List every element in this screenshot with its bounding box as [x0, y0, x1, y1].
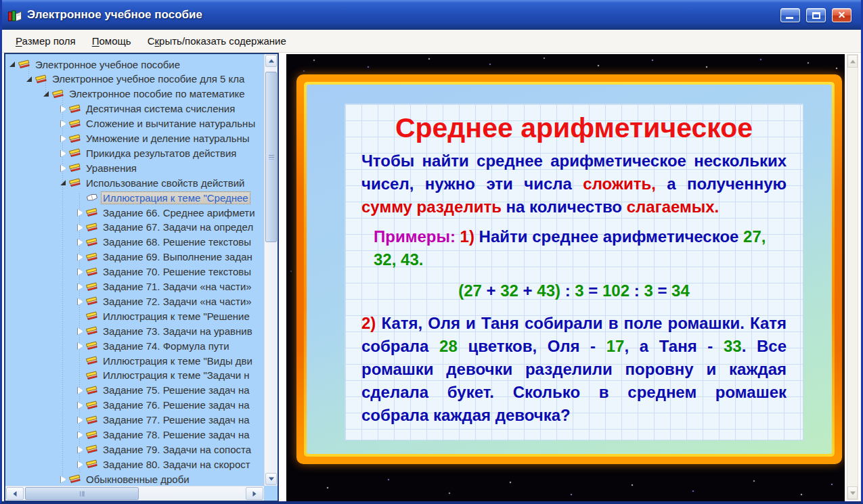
no-arrow — [75, 371, 85, 380]
tree-item[interactable]: Задание 72. Задачи «на части» — [75, 294, 254, 308]
tree-vertical-scrollbar[interactable] — [264, 54, 278, 486]
scrollbar-thumb[interactable] — [25, 487, 139, 500]
lesson-block-2: (27 + 32 + 43) : 3 = 102 : 3 = 34 — [361, 279, 787, 302]
scrollbar-thumb[interactable] — [265, 72, 277, 242]
text-segment: 28 — [439, 337, 458, 355]
tree-item[interactable]: Задание 74. Формула пути — [75, 338, 231, 353]
expand-arrow-icon[interactable] — [75, 267, 85, 277]
expand-arrow-icon[interactable] — [58, 148, 68, 158]
text-segment: 3 — [644, 281, 652, 300]
scroll-down-button[interactable] — [265, 473, 277, 485]
minimize-button[interactable] — [780, 8, 800, 22]
expand-arrow-icon[interactable] — [75, 444, 85, 454]
tree-item[interactable]: Иллюстрация к теме "Виды дви — [75, 353, 255, 368]
tree-item[interactable]: Задание 80. Задачи на скорост — [75, 457, 252, 472]
expand-arrow-icon[interactable] — [75, 341, 85, 350]
collapse-arrow-icon[interactable] — [58, 178, 68, 187]
expand-arrow-icon[interactable] — [75, 252, 85, 262]
tree-item[interactable]: Задание 78. Решение задач на — [75, 428, 252, 442]
tree-item[interactable]: Иллюстрация к теме "Среднее — [75, 190, 250, 205]
tree-item[interactable]: Электронное учебное пособие — [7, 57, 182, 72]
expand-arrow-icon[interactable] — [58, 104, 68, 114]
text-segment: , а Таня - — [624, 337, 724, 355]
tree-item[interactable]: Умножение и деление натуральны — [58, 131, 252, 146]
scroll-up-button[interactable] — [265, 55, 277, 67]
text-segment: + — [700, 437, 709, 440]
expand-arrow-icon[interactable] — [75, 415, 85, 425]
expand-arrow-icon[interactable] — [58, 163, 68, 173]
tree-item[interactable]: Прикидка результатов действия — [58, 145, 238, 160]
book-yellow-icon — [86, 385, 98, 396]
expand-arrow-icon[interactable] — [75, 386, 85, 395]
expand-arrow-icon[interactable] — [75, 326, 85, 336]
expand-arrow-icon[interactable] — [75, 400, 85, 410]
book-yellow-icon — [86, 281, 98, 292]
scroll-down-button[interactable] — [847, 486, 858, 499]
tree-item[interactable]: Задание 79. Задачи на сопоста — [75, 442, 253, 457]
menu-item-1[interactable]: Помощь — [85, 32, 138, 49]
tree-item[interactable]: Иллюстрация к теме "Решение — [75, 308, 252, 323]
expand-arrow-icon[interactable] — [75, 296, 85, 306]
text-segment: = — [736, 437, 746, 440]
tree-item[interactable]: Обыкновенные дроби — [58, 472, 192, 486]
content-vertical-scrollbar[interactable] — [847, 54, 858, 500]
tree-item[interactable]: Уравнения — [58, 160, 139, 175]
book-yellow-icon — [86, 207, 98, 218]
tree-item-label: Задание 78. Решение задач на — [101, 428, 252, 441]
maximize-button[interactable] — [806, 8, 826, 22]
tree-item[interactable]: Задание 75. Решение задач на — [75, 383, 252, 398]
expand-arrow-icon[interactable] — [75, 237, 85, 247]
menu-item-2[interactable]: Скрыть/показать содержание — [141, 32, 293, 49]
expand-arrow-icon[interactable] — [75, 430, 85, 440]
expand-arrow-icon[interactable] — [58, 474, 68, 484]
close-button[interactable]: ✕ — [832, 8, 851, 22]
tree-item[interactable]: Задание 76. Решение задач на — [75, 398, 252, 413]
tree-item[interactable]: Задание 73. Задачи на уравнив — [75, 323, 255, 338]
tree-item[interactable]: Задание 68. Решение текстовы — [75, 235, 253, 250]
scroll-left-button[interactable] — [6, 487, 24, 500]
text-segment: = — [584, 281, 602, 300]
contents-tree-panel: Электронное учебное пособие Электронное … — [4, 53, 279, 502]
scroll-up-button[interactable] — [847, 55, 858, 68]
collapse-arrow-icon[interactable] — [24, 74, 34, 84]
expand-arrow-icon[interactable] — [75, 282, 85, 292]
expand-arrow-icon[interactable] — [75, 223, 85, 232]
book-yellow-icon — [86, 430, 98, 440]
tree-item[interactable]: Задание 67. Задачи на определ — [75, 220, 255, 235]
tree-item[interactable]: Задание 70. Решение текстовы — [75, 265, 253, 279]
expand-arrow-icon[interactable] — [58, 119, 68, 129]
tree-item[interactable]: Задание 66. Среднее арифмети — [75, 205, 257, 220]
book-yellow-icon — [69, 147, 81, 158]
tree-item[interactable]: Задание 77. Решение задач на — [75, 413, 252, 428]
text-segment: = — [653, 281, 671, 300]
scroll-right-button[interactable] — [246, 487, 263, 500]
expand-arrow-icon[interactable] — [75, 459, 85, 469]
lesson-body: Чтобы найти среднее арифметическое неско… — [361, 150, 787, 440]
tree-item-label: Задание 72. Задачи «на части» — [101, 295, 254, 308]
tree-item[interactable]: Использование свойств действий — [58, 175, 246, 190]
lesson-block-4: Решение: Всего девочки собрали 28 + 17 +… — [361, 435, 787, 440]
text-segment: 28 — [640, 437, 663, 440]
expand-arrow-icon[interactable] — [58, 134, 68, 143]
collapse-arrow-icon[interactable] — [7, 60, 17, 69]
tree-item[interactable]: Задание 69. Выполнение задан — [75, 250, 255, 265]
text-segment: сумму разделить — [361, 198, 502, 216]
tree-item[interactable]: Десятичная система счисления — [58, 101, 237, 116]
tree-item-label: Задание 73. Задачи на уравнив — [101, 325, 255, 338]
tree-item[interactable]: Иллюстрация к теме "Задачи н — [75, 368, 252, 383]
text-segment: 17 — [673, 437, 700, 440]
book-yellow-icon — [52, 89, 64, 99]
expand-arrow-icon[interactable] — [75, 208, 85, 217]
book-yellow-icon — [86, 459, 98, 469]
book-yellow-icon — [86, 252, 98, 262]
tree-item[interactable]: Электронное учебное пособие для 5 кла — [24, 72, 246, 87]
tree-item[interactable]: Задание 71. Задачи «на части» — [75, 279, 254, 294]
tree-horizontal-scrollbar[interactable] — [5, 486, 264, 501]
tree-item[interactable]: Сложение и вычитание натуральны — [58, 116, 257, 131]
text-segment: слагаемых. — [627, 198, 720, 216]
tree-item[interactable]: Электронное пособие по математике — [41, 87, 247, 101]
tree-item-label: Задание 79. Задачи на сопоста — [101, 443, 253, 456]
content-area: Среднее арифметическое Чтобы найти средн… — [281, 53, 861, 501]
menu-item-0[interactable]: Размер поля — [9, 32, 83, 49]
collapse-arrow-icon[interactable] — [41, 89, 51, 99]
